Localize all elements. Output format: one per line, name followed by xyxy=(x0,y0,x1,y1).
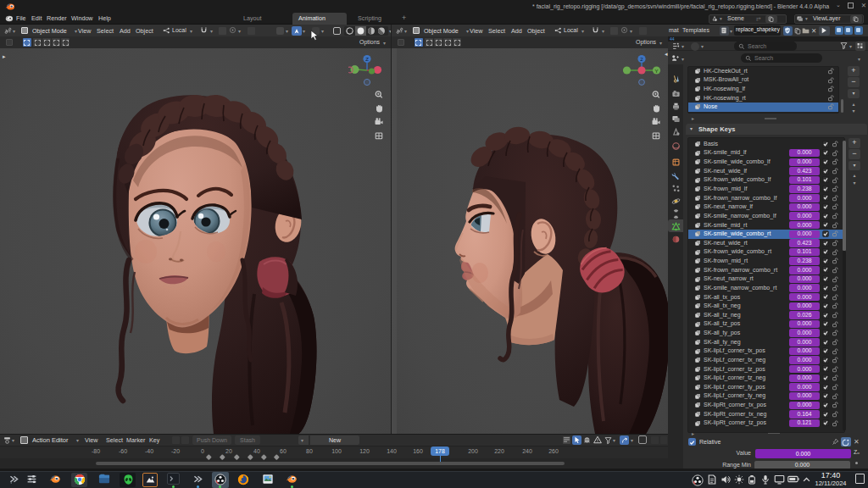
svg-text:Z: Z xyxy=(365,57,369,62)
svg-text:Y: Y xyxy=(654,69,658,74)
